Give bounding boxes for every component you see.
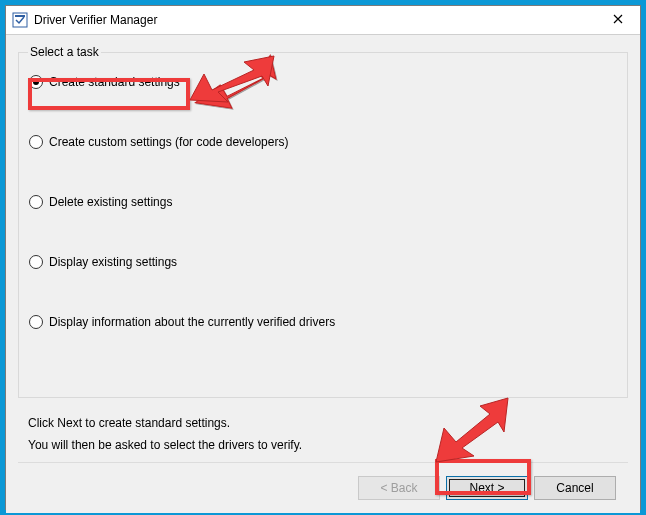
task-panel: Create standard settings Create custom s… [18,52,628,398]
option-label: Display information about the currently … [49,315,335,329]
close-icon [613,13,623,27]
button-label: < Back [380,481,417,495]
radio-icon [29,195,43,209]
button-label: Next > [449,479,525,497]
radio-icon [29,75,43,89]
help-text: Click Next to create standard settings. … [18,412,628,456]
option-label: Display existing settings [49,255,177,269]
dialog-window: Driver Verifier Manager Select a task Cr… [5,5,641,510]
option-standard-settings[interactable]: Create standard settings [29,73,617,91]
radio-icon [29,135,43,149]
wizard-footer: < Back Next > Cancel [18,462,628,513]
titlebar: Driver Verifier Manager [6,6,640,35]
option-label: Create custom settings (for code develop… [49,135,288,149]
help-line: Click Next to create standard settings. [28,412,618,434]
option-display-settings[interactable]: Display existing settings [29,253,617,271]
radio-icon [29,315,43,329]
button-label: Cancel [556,481,593,495]
window-title: Driver Verifier Manager [34,13,596,27]
option-delete-settings[interactable]: Delete existing settings [29,193,617,211]
back-button: < Back [358,476,440,500]
option-label: Create standard settings [49,75,180,89]
cancel-button[interactable]: Cancel [534,476,616,500]
app-icon [12,12,28,28]
radio-icon [29,255,43,269]
close-button[interactable] [596,6,640,34]
next-button[interactable]: Next > [446,476,528,500]
prompt-label: Select a task [28,45,101,59]
option-label: Delete existing settings [49,195,172,209]
option-custom-settings[interactable]: Create custom settings (for code develop… [29,133,617,151]
option-display-verified[interactable]: Display information about the currently … [29,313,617,331]
help-line: You will then be asked to select the dri… [28,434,618,456]
content-area: Select a task Create standard settings C… [6,35,640,513]
